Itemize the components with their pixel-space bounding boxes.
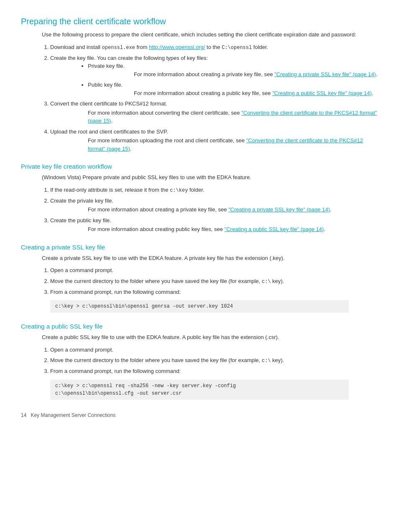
openssl-link[interactable]: http://www.openssl.org/ <box>149 44 205 50</box>
preparing-step-3: Convert the client certificate to PKCS#1… <box>50 100 378 125</box>
step3-text: Convert the client certificate to PKCS#1… <box>50 100 167 107</box>
footer-section-title: Key Management Server Connections <box>31 412 115 418</box>
step3-note-end: . <box>111 118 113 124</box>
pubs-step1-text: Open a command prompt. <box>50 347 113 353</box>
ps-step-3: From a command prompt, run the following… <box>50 288 378 296</box>
public-key-note-end: . <box>372 90 373 96</box>
key-types-list: Private key file. For more information a… <box>88 62 378 97</box>
public-ssl-link2[interactable]: "Creating a public SSL key file" (page 1… <box>225 226 324 232</box>
page-number: 14 <box>21 412 26 418</box>
private-key-label: Private key file. <box>88 63 125 69</box>
step3-note: For more information about converting th… <box>88 109 378 125</box>
bullet-public-key: Public key file. For more information ab… <box>88 81 378 97</box>
step1-code: openssl.exe <box>102 45 135 51</box>
section-title-private-workflow: Private key file creation workflow <box>21 163 378 170</box>
private-ssl-steps: Open a command prompt. Move the current … <box>50 266 378 296</box>
private-key-note: For more information about creating a pr… <box>134 70 378 79</box>
pubs-step-2: Move the current directory to the folder… <box>50 356 378 365</box>
private-ssl-link2[interactable]: "Creating a private SSL key file" (page … <box>228 206 330 213</box>
step1-text-folder: folder. <box>252 44 268 50</box>
ps-step-2: Move the current directory to the folder… <box>50 277 378 285</box>
pw-step1-code: c:\key <box>170 188 188 193</box>
pw-step-1: If the read-only attribute is set, relea… <box>50 186 378 194</box>
private-ssl-intro: Create a private SSL key file to use wit… <box>42 254 378 262</box>
ps-step2-code: c:\ <box>262 279 271 285</box>
section-title-private-ssl: Creating a private SSL key file <box>21 244 378 251</box>
step4-note-text: For more information uploading the root … <box>88 137 246 144</box>
step1-code2: C:\openssl <box>222 45 252 51</box>
private-ssl-code-block: c:\key > c:\openssl\bin\openssl genrsa -… <box>50 300 349 313</box>
preparing-step-4: Upload the root and client certificates … <box>50 128 378 153</box>
step4-text: Upload the root and client certificates … <box>50 129 168 135</box>
step4-note-end: . <box>130 146 132 152</box>
public-ssl-intro: Create a public SSL key file to use with… <box>42 333 378 342</box>
public-ssl-code-block: c:\key > c:\openssl req -sha256 -new -ke… <box>50 380 349 400</box>
public-key-note-text: For more information about creating a pu… <box>134 90 272 96</box>
private-workflow-steps: If the read-only attribute is set, relea… <box>50 186 378 234</box>
pubs-step3-text: From a command prompt, run the following… <box>50 368 181 374</box>
step4-note: For more information uploading the root … <box>88 136 378 153</box>
section-private-ssl: Creating a private SSL key file Create a… <box>21 244 378 313</box>
pw-step2-note-text: For more information about creating a pr… <box>88 206 228 213</box>
step1-text-before: Download and install <box>50 44 102 50</box>
pw-step2-note-end: . <box>330 206 332 213</box>
pubs-step-1: Open a command prompt. <box>50 346 378 354</box>
pw-step2-note: For more information about creating a pr… <box>88 206 378 214</box>
section-title-public-ssl: Creating a public SSL key file <box>21 323 378 330</box>
public-key-link1[interactable]: "Creating a public SSL key file" (page 1… <box>272 90 372 96</box>
pw-step1-text-end: folder. <box>188 187 204 193</box>
bullet-private-key: Private key file. For more information a… <box>88 62 378 78</box>
pw-step3-note: For more information about creating publ… <box>88 225 378 234</box>
pw-step3-note-text: For more information about creating publ… <box>88 226 225 232</box>
pubs-step2-text-before: Move the current directory to the folder… <box>50 357 262 363</box>
ps-step1-text: Open a command prompt. <box>50 267 113 273</box>
ps-step3-text: From a command prompt, run the following… <box>50 289 181 295</box>
page-footer: 14 Key Management Server Connections <box>21 412 378 418</box>
pw-step2-text: Create the private key file. <box>50 198 113 204</box>
private-workflow-intro: (Windows Vista) Prepare private and publ… <box>42 173 378 182</box>
pw-step1-text-before: If the read-only attribute is set, relea… <box>50 187 170 193</box>
preparing-steps-list: Download and install openssl.exe from ht… <box>50 43 378 153</box>
section-preparing: Preparing the client certificate workflo… <box>21 17 378 153</box>
step1-text-to: to the <box>205 44 222 50</box>
pw-step-3: Create the public key file. For more inf… <box>50 216 378 234</box>
private-key-note-text: For more information about creating a pr… <box>134 71 274 77</box>
pw-step3-text: Create the public key file. <box>50 217 111 224</box>
public-ssl-steps: Open a command prompt. Move the current … <box>50 346 378 375</box>
preparing-step-1: Download and install openssl.exe from ht… <box>50 43 378 51</box>
pw-step3-note-end: . <box>324 226 325 232</box>
step2-text: Create the key file. You can create the … <box>50 55 208 61</box>
preparing-step-2: Create the key file. You can create the … <box>50 54 378 98</box>
section-public-ssl: Creating a public SSL key file Create a … <box>21 323 378 400</box>
pubs-step2-code: c:\ <box>262 358 271 364</box>
step1-text-from: from <box>135 44 149 50</box>
pw-step-2: Create the private key file. For more in… <box>50 197 378 214</box>
section-private-key-workflow: Private key file creation workflow (Wind… <box>21 163 378 234</box>
ps-step2-text-before: Move the current directory to the folder… <box>50 278 262 284</box>
ps-step-1: Open a command prompt. <box>50 266 378 275</box>
ps-step2-text-end: key). <box>271 278 284 284</box>
section-title-preparing: Preparing the client certificate workflo… <box>21 17 378 26</box>
private-key-note-end: . <box>376 71 378 77</box>
section-intro-preparing: Use the following process to prepare the… <box>42 31 378 39</box>
public-key-note: For more information about creating a pu… <box>134 89 378 98</box>
pubs-step2-text-end: key). <box>271 357 284 363</box>
public-key-label: Public key file. <box>88 82 123 88</box>
private-key-link1[interactable]: "Creating a private SSL key file" (page … <box>274 71 376 77</box>
pubs-step-3: From a command prompt, run the following… <box>50 367 378 375</box>
step3-note-text: For more information about converting th… <box>88 110 241 116</box>
